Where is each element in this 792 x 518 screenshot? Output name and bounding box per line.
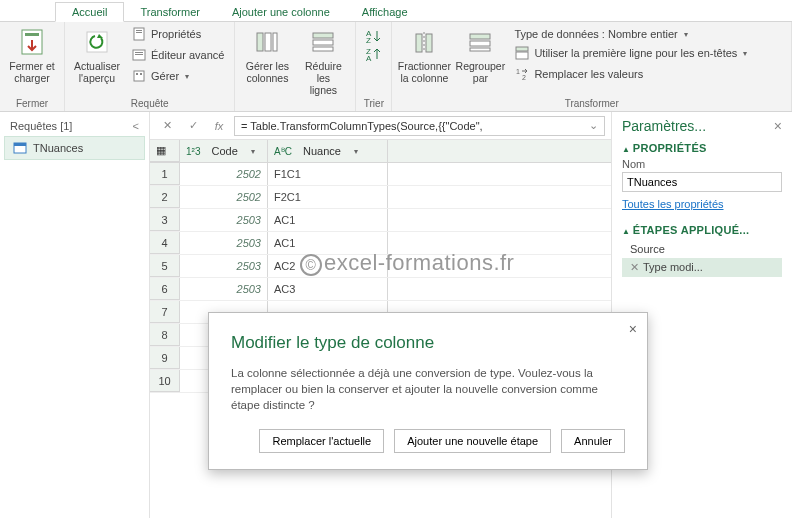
btn-premiere-ligne[interactable]: Utiliser la première ligne pour les en-t… — [510, 43, 751, 63]
dialog-body: La colonne sélectionnée a déjà une conve… — [231, 365, 625, 413]
column-header-nuance[interactable]: AᴮC Nuance ▾ — [268, 140, 388, 162]
formula-input[interactable]: = Table.TransformColumnTypes(Source,{{"C… — [234, 116, 605, 136]
btn-type-donnees[interactable]: Type de données : Nombre entier▾ — [510, 26, 751, 42]
table-row[interactable]: 62503AC3 — [150, 278, 611, 301]
settings-title: Paramètres... — [622, 118, 706, 134]
btn-actualiser-label: Actualiser l'aperçu — [74, 60, 120, 84]
btn-gerer[interactable]: Gérer▾ — [127, 66, 228, 86]
chevron-down-icon[interactable]: ▾ — [251, 147, 255, 156]
grid-corner[interactable]: ▦ — [150, 140, 180, 162]
btn-fermer-charger[interactable]: Fermer et charger — [6, 24, 58, 84]
collapse-icon[interactable]: < — [133, 120, 139, 132]
formula-expand-icon[interactable]: ⌄ — [589, 119, 598, 132]
cell-code[interactable]: 2503 — [180, 232, 268, 254]
column-header-nuance-label: Nuance — [303, 145, 341, 157]
cell-nuance[interactable]: AC1 — [268, 209, 388, 231]
cell-code[interactable]: 2503 — [180, 209, 268, 231]
nom-input[interactable] — [622, 172, 782, 192]
row-number[interactable]: 3 — [150, 209, 180, 231]
refresh-icon — [81, 26, 113, 58]
queries-header: Requêtes [1] — [10, 120, 72, 132]
btn-editeur-avance-label: Éditeur avancé — [151, 49, 224, 61]
row-number[interactable]: 2 — [150, 186, 180, 208]
row-number[interactable]: 7 — [150, 301, 180, 323]
cell-code[interactable]: 2502 — [180, 163, 268, 185]
table-row[interactable]: 42503AC1 — [150, 232, 611, 255]
svg-rect-22 — [416, 34, 422, 52]
step-source[interactable]: Source — [622, 240, 782, 258]
cell-code[interactable]: 2503 — [180, 278, 268, 300]
btn-remplacer-valeurs[interactable]: 12 Remplacer les valeurs — [510, 64, 751, 84]
btn-regrouper[interactable]: Regrouper par — [454, 24, 506, 84]
row-number[interactable]: 5 — [150, 255, 180, 277]
column-header-code[interactable]: 1²3 Code ▾ — [180, 140, 268, 162]
tab-ajouter-colonne[interactable]: Ajouter une colonne — [216, 3, 346, 21]
btn-actualiser[interactable]: Actualiser l'aperçu — [71, 24, 123, 84]
group-colonnes: Gérer les colonnes Réduire les lignes — [235, 22, 356, 111]
btn-proprietes[interactable]: Propriétés — [127, 24, 228, 44]
cell-nuance[interactable]: AC3 — [268, 278, 388, 300]
section-etapes[interactable]: ÉTAPES APPLIQUÉ... — [622, 224, 782, 236]
dialog-title: Modifier le type de colonne — [231, 333, 625, 353]
formula-text: = Table.TransformColumnTypes(Source,{{"C… — [241, 120, 483, 132]
sort-desc-icon[interactable]: ZA — [365, 46, 383, 62]
svg-text:2: 2 — [522, 74, 526, 81]
link-toutes-proprietes[interactable]: Toutes les propriétés — [622, 198, 782, 210]
row-number[interactable]: 9 — [150, 347, 180, 369]
properties-icon — [131, 26, 147, 42]
svg-rect-25 — [470, 41, 490, 46]
sort-asc-icon[interactable]: AZ — [365, 28, 383, 44]
formula-fx[interactable]: fx — [208, 116, 230, 136]
dialog-modifier-type: × Modifier le type de colonne La colonne… — [208, 312, 648, 470]
row-number[interactable]: 6 — [150, 278, 180, 300]
section-proprietes[interactable]: PROPRIÉTÉS — [622, 142, 782, 154]
chevron-down-icon[interactable]: ▾ — [354, 147, 358, 156]
manage-icon — [131, 68, 147, 84]
btn-gerer-colonnes[interactable]: Gérer les colonnes — [241, 24, 293, 84]
row-number[interactable]: 8 — [150, 324, 180, 346]
btn-annuler[interactable]: Annuler — [561, 429, 625, 453]
table-row[interactable]: 12502F1C1 — [150, 163, 611, 186]
btn-proprietes-label: Propriétés — [151, 28, 201, 40]
nom-label: Nom — [622, 158, 782, 170]
group-by-icon — [464, 26, 496, 58]
reduce-rows-icon — [307, 26, 339, 58]
cell-nuance[interactable]: F2C1 — [268, 186, 388, 208]
table-row[interactable]: 52503AC2 — [150, 255, 611, 278]
tab-affichage[interactable]: Affichage — [346, 3, 424, 21]
cell-nuance[interactable]: AC2 — [268, 255, 388, 277]
tab-accueil[interactable]: Accueil — [55, 2, 124, 22]
btn-fractionner[interactable]: Fractionner la colonne — [398, 24, 450, 84]
tab-transformer[interactable]: Transformer — [124, 3, 216, 21]
cell-code[interactable]: 2502 — [180, 186, 268, 208]
btn-reduire-lignes[interactable]: Réduire les lignes — [297, 24, 349, 96]
svg-rect-4 — [136, 30, 142, 31]
btn-remplacer-actuelle[interactable]: Remplacer l'actuelle — [259, 429, 384, 453]
formula-confirm[interactable]: ✓ — [182, 116, 204, 136]
cell-nuance[interactable]: AC1 — [268, 232, 388, 254]
btn-regrouper-label: Regrouper par — [456, 60, 506, 84]
column-header-code-label: Code — [212, 145, 238, 157]
btn-ajouter-etape[interactable]: Ajouter une nouvelle étape — [394, 429, 551, 453]
cell-nuance[interactable]: F1C1 — [268, 163, 388, 185]
step-type-modifie[interactable]: ✕Type modi... — [622, 258, 782, 277]
chevron-down-icon: ▾ — [743, 49, 747, 58]
table-row[interactable]: 32503AC1 — [150, 209, 611, 232]
cell-code[interactable]: 2503 — [180, 255, 268, 277]
svg-rect-11 — [140, 73, 142, 75]
table-row[interactable]: 22502F2C1 — [150, 186, 611, 209]
svg-rect-26 — [470, 48, 490, 51]
group-requete: Actualiser l'aperçu Propriétés Éditeur a… — [65, 22, 235, 111]
row-number[interactable]: 1 — [150, 163, 180, 185]
dialog-close-icon[interactable]: × — [629, 321, 637, 337]
chevron-down-icon: ▾ — [684, 30, 688, 39]
table-icon — [13, 141, 27, 155]
btn-editeur-avance[interactable]: Éditeur avancé — [127, 45, 228, 65]
row-number[interactable]: 4 — [150, 232, 180, 254]
close-icon[interactable]: × — [774, 118, 782, 134]
chevron-down-icon: ▾ — [185, 72, 189, 81]
formula-cancel[interactable]: ✕ — [156, 116, 178, 136]
delete-step-icon[interactable]: ✕ — [630, 261, 639, 273]
query-item-tnuances[interactable]: TNuances — [4, 136, 145, 160]
row-number[interactable]: 10 — [150, 370, 180, 392]
